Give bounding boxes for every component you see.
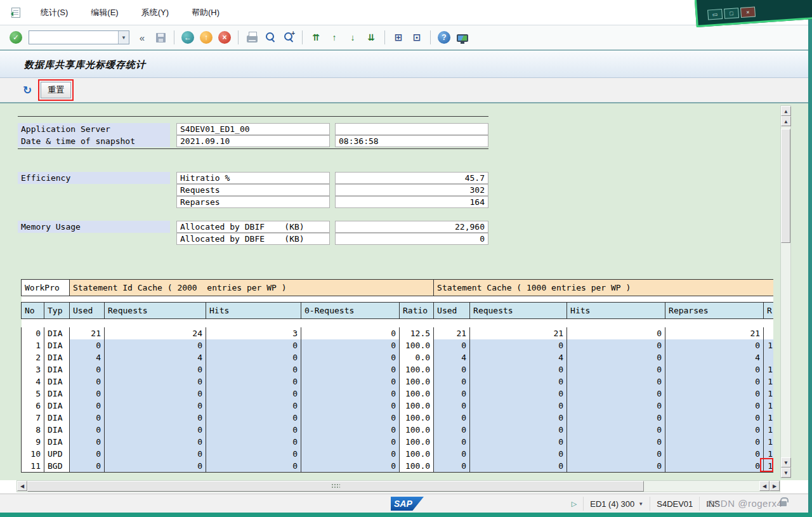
table-cell[interactable]: 3 <box>22 363 44 376</box>
table-cell[interactable]: DIA <box>44 412 70 424</box>
table-cell[interactable]: 0 <box>105 436 206 448</box>
reset-button[interactable]: 重置 <box>41 82 71 98</box>
table-cell[interactable]: 1 <box>764 400 773 412</box>
column-header[interactable]: Ratio <box>400 303 434 319</box>
gui-settings-button[interactable] <box>454 29 471 46</box>
last-page-button[interactable]: ⇊ <box>363 29 379 46</box>
horizontal-scroll-track[interactable] <box>644 481 759 492</box>
table-cell[interactable]: 0 <box>567 460 665 473</box>
table-cell[interactable]: 0 <box>434 412 470 424</box>
table-cell[interactable]: 21 <box>665 327 764 339</box>
table-cell[interactable]: 0 <box>105 460 206 473</box>
table-cell[interactable]: 0 <box>70 363 105 376</box>
table-cell[interactable]: 0 <box>665 412 764 424</box>
cancel-button[interactable]: × <box>216 29 233 46</box>
table-cell[interactable]: 1 <box>764 388 773 400</box>
scroll-up-button[interactable]: ▲ <box>781 106 791 116</box>
table-cell[interactable]: 0 <box>665 448 764 460</box>
table-cell[interactable]: 9 <box>22 436 44 448</box>
table-cell[interactable]: 0 <box>206 424 301 436</box>
save-button[interactable] <box>152 29 169 46</box>
table-cell[interactable]: 0 <box>301 327 400 339</box>
table-cell[interactable]: 4 <box>70 351 105 363</box>
dbfe-value-field[interactable]: 0 <box>335 233 488 245</box>
reparses-value-field[interactable]: 164 <box>335 196 488 208</box>
table-cell[interactable]: 100.0 <box>400 412 434 424</box>
table-cell[interactable]: 0 <box>206 376 301 388</box>
table-cell[interactable]: 0 <box>206 448 301 460</box>
table-cell[interactable]: 1 <box>764 424 773 436</box>
table-cell[interactable]: 0 <box>470 460 567 473</box>
table-cell[interactable]: 0 <box>206 412 301 424</box>
table-cell[interactable]: 0 <box>470 376 567 388</box>
table-cell[interactable]: 0 <box>665 363 764 376</box>
table-scroll-up-button[interactable]: ▲ <box>781 116 791 126</box>
table-cell[interactable]: 0 <box>434 388 470 400</box>
dbfe-label-field[interactable]: Allocated by DBFE (KB) <box>176 233 330 245</box>
server-extra-field[interactable] <box>335 123 488 135</box>
vertical-scroll-track[interactable] <box>781 243 790 457</box>
scroll-down-button[interactable]: ▼ <box>781 468 791 478</box>
column-header[interactable]: Requests <box>470 303 567 319</box>
table-cell[interactable]: 0 <box>567 363 665 376</box>
column-header[interactable]: No <box>22 303 44 319</box>
table-cell[interactable]: 100.0 <box>400 460 434 473</box>
snapshot-time-field[interactable]: 08:36:58 <box>335 135 488 147</box>
scroll-left-button-right-end[interactable]: ◀ <box>759 481 769 491</box>
reparses-label-field[interactable]: Reparses <box>176 196 330 208</box>
table-cell[interactable]: 100.0 <box>400 339 434 351</box>
chevron-down-icon[interactable]: ▼ <box>638 501 643 507</box>
table-cell[interactable]: 0 <box>567 376 665 388</box>
table-cell[interactable]: 100.0 <box>400 448 434 460</box>
table-cell[interactable]: 0 <box>105 424 206 436</box>
table-cell[interactable]: 3 <box>206 327 301 339</box>
table-cell[interactable]: 1 <box>764 363 773 376</box>
enter-button[interactable]: ✓ <box>8 29 24 46</box>
table-cell[interactable]: DIA <box>44 339 70 351</box>
table-cell[interactable]: 0 <box>301 351 400 363</box>
column-header[interactable]: Requests <box>105 303 206 319</box>
table-scroll-down-button[interactable]: ▼ <box>781 457 791 468</box>
table-cell[interactable]: 0 <box>434 424 470 436</box>
table-cell[interactable]: 4 <box>434 351 470 363</box>
table-cell[interactable]: 0 <box>470 363 567 376</box>
table-cell[interactable]: 0 <box>70 376 105 388</box>
table-cell[interactable]: 0 <box>665 388 764 400</box>
menu-statistics[interactable]: 统计(S) <box>38 6 70 20</box>
table-cell[interactable]: 100.0 <box>400 400 434 412</box>
column-header[interactable]: Hits <box>567 303 665 319</box>
table-cell[interactable]: 0 <box>665 376 764 388</box>
table-cell[interactable]: 4 <box>22 376 44 388</box>
table-cell[interactable]: 0 <box>206 436 301 448</box>
table-cell[interactable]: 0 <box>70 460 105 473</box>
table-cell[interactable]: 0 <box>206 388 301 400</box>
table-cell[interactable]: UPD <box>44 448 70 460</box>
table-cell[interactable]: 0 <box>70 448 105 460</box>
table-cell[interactable]: 0 <box>70 412 105 424</box>
table-cell[interactable]: 0 <box>301 424 400 436</box>
table-cell[interactable]: 0 <box>22 327 44 339</box>
table-cell[interactable]: 0 <box>434 448 470 460</box>
menu-help[interactable]: 帮助(H) <box>189 6 222 20</box>
table-cell[interactable]: 0 <box>70 339 105 351</box>
hitratio-label-field[interactable]: Hitratio % <box>176 172 330 184</box>
table-cell[interactable]: 0 <box>70 436 105 448</box>
table-cell[interactable]: 100.0 <box>400 424 434 436</box>
status-system-field[interactable]: ED1 (4) 300 ▼ <box>583 497 650 511</box>
table-cell[interactable]: 0 <box>105 412 206 424</box>
column-header[interactable]: Hits <box>206 303 301 319</box>
horizontal-scroll-thumb[interactable] <box>27 481 644 492</box>
collapse-toolbar-button[interactable]: « <box>134 29 150 46</box>
table-cell[interactable]: 0 <box>206 351 301 363</box>
table-cell[interactable]: 0 <box>105 448 206 460</box>
first-page-button[interactable]: ⇈ <box>308 29 324 46</box>
status-expand-arrow-icon[interactable]: ▷ <box>565 497 583 511</box>
table-cell[interactable]: DIA <box>44 363 70 376</box>
scroll-left-button[interactable]: ◀ <box>17 481 27 491</box>
table-cell[interactable]: 4 <box>470 351 567 363</box>
command-dropdown-button[interactable]: ▼ <box>118 31 129 44</box>
table-cell[interactable]: 0 <box>301 412 400 424</box>
table-cell[interactable]: 0 <box>470 400 567 412</box>
table-cell[interactable]: DIA <box>44 327 70 339</box>
table-cell[interactable]: 4 <box>105 351 206 363</box>
